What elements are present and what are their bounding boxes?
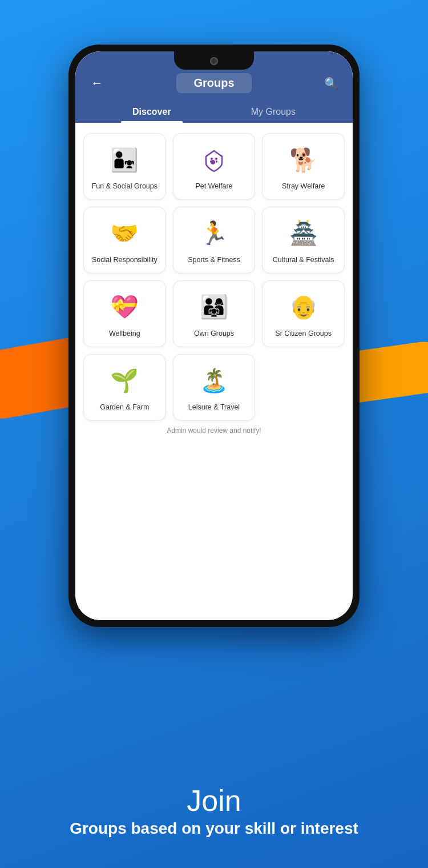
group-card-cultural-festivals[interactable]: 🏯 Cultural & Festivals <box>262 207 345 274</box>
cultural-festivals-label: Cultural & Festivals <box>273 255 334 265</box>
social-responsibility-label: Social Responsibility <box>92 255 158 265</box>
wellbeing-label: Wellbeing <box>109 329 140 339</box>
phone-camera <box>210 57 218 65</box>
tab-my-groups[interactable]: My Groups <box>240 101 307 123</box>
group-card-pet-welfare[interactable]: Pet Welfare <box>173 133 256 200</box>
social-responsibility-icon: 🤝 <box>108 218 140 250</box>
group-card-social-responsibility[interactable]: 🤝 Social Responsibility <box>83 207 166 274</box>
leisure-travel-icon: 🏝️ <box>198 365 230 397</box>
phone-mockup: ← Groups 🔍 Discover My Groups 👨‍👧 Fun & … <box>68 45 360 627</box>
tab-bar: Discover My Groups <box>87 101 341 123</box>
groups-grid: 👨‍👧 Fun & Social Groups Pet Welfare <box>83 133 345 421</box>
wellbeing-icon: 💝 <box>108 291 140 323</box>
group-card-leisure-travel[interactable]: 🏝️ Leisure & Travel <box>173 354 256 421</box>
join-heading: Join <box>0 783 428 818</box>
admin-notice: Admin would review and notify! <box>83 421 345 437</box>
stray-welfare-icon: 🐕 <box>288 144 320 176</box>
tab-discover[interactable]: Discover <box>121 101 183 123</box>
bottom-text-section: Join Groups based on your skill or inter… <box>0 783 428 839</box>
page-title: Groups <box>176 73 251 93</box>
join-subtitle: Groups based on your skill or interest <box>0 818 428 839</box>
pet-welfare-icon <box>198 144 230 176</box>
own-groups-icon: 👨‍👩‍👧 <box>198 291 230 323</box>
group-card-fun-social[interactable]: 👨‍👧 Fun & Social Groups <box>83 133 166 200</box>
group-card-garden-farm[interactable]: 🌱 Garden & Farm <box>83 354 166 421</box>
header-top-row: ← Groups 🔍 <box>87 73 341 101</box>
group-card-wellbeing[interactable]: 💝 Wellbeing <box>83 280 166 347</box>
search-button[interactable]: 🔍 <box>321 77 341 90</box>
cultural-festivals-icon: 🏯 <box>288 218 320 250</box>
phone-notch <box>174 51 254 70</box>
fun-social-label: Fun & Social Groups <box>92 182 158 191</box>
sports-fitness-label: Sports & Fitness <box>188 255 240 265</box>
own-groups-label: Own Groups <box>194 329 234 339</box>
group-card-stray-welfare[interactable]: 🐕 Stray Welfare <box>262 133 345 200</box>
leisure-travel-label: Leisure & Travel <box>188 403 240 412</box>
phone-screen: ← Groups 🔍 Discover My Groups 👨‍👧 Fun & … <box>75 51 353 620</box>
app-screen: ← Groups 🔍 Discover My Groups 👨‍👧 Fun & … <box>75 51 353 620</box>
garden-farm-label: Garden & Farm <box>100 403 149 412</box>
back-button[interactable]: ← <box>87 76 107 91</box>
garden-farm-icon: 🌱 <box>108 365 140 397</box>
pet-welfare-label: Pet Welfare <box>195 182 232 191</box>
group-card-sports-fitness[interactable]: 🏃 Sports & Fitness <box>173 207 256 274</box>
group-card-own-groups[interactable]: 👨‍👩‍👧 Own Groups <box>173 280 256 347</box>
content-area: 👨‍👧 Fun & Social Groups Pet Welfare <box>75 123 353 620</box>
sr-citizen-label: Sr Citizen Groups <box>275 329 332 339</box>
fun-social-icon: 👨‍👧 <box>108 144 140 176</box>
sports-fitness-icon: 🏃 <box>198 218 230 250</box>
stray-welfare-label: Stray Welfare <box>282 182 325 191</box>
sr-citizen-icon: 👴 <box>288 291 320 323</box>
group-card-sr-citizen[interactable]: 👴 Sr Citizen Groups <box>262 280 345 347</box>
